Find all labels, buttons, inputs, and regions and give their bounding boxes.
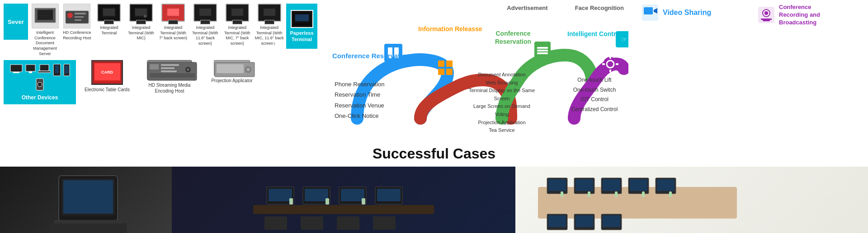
case-image-3 (515, 167, 868, 233)
svg-point-12 (144, 15, 146, 18)
case-image-2 (172, 167, 515, 233)
bottom-devices: CARD Electronic Table Cards (78, 60, 317, 94)
svg-rect-24 (10, 65, 22, 72)
projection-label: Projection Applicator (211, 78, 252, 84)
svg-rect-6 (75, 16, 84, 18)
case-room-icon (231, 169, 457, 233)
svg-rect-119 (642, 191, 645, 197)
svg-rect-60 (537, 50, 548, 51)
device-3-icon (161, 4, 185, 22)
svg-rect-83 (253, 205, 434, 214)
svg-rect-81 (50, 223, 127, 233)
conf-res-center-items: Document Annotation Web Browsing Termina… (466, 71, 538, 135)
successful-cases-header: Successful Cases (0, 139, 868, 167)
table-card-icon: CARD (91, 60, 123, 85)
intelligent-conf-device: ... Intelligent Conference Document Mana… (30, 4, 60, 56)
tea-service-text: Tea Service (466, 126, 538, 135)
electronic-table-device: CARD Electronic Table Cards (78, 60, 137, 93)
doc-annotation-text: Document Annotation (466, 71, 538, 79)
table-card-label: Electronic Table Cards (85, 87, 130, 93)
projection-icon (214, 60, 250, 76)
left-panel: Sever ... Intelligent Conference Documen… (0, 0, 321, 139)
reservation-venue-text: Reservation Venue (335, 100, 385, 111)
svg-rect-87 (305, 189, 328, 201)
device-1-label: Integrated Terminal (94, 25, 124, 36)
video-sharing-icon (641, 4, 659, 22)
face-recognition-label: Face Recognition (575, 5, 624, 11)
svg-rect-97 (326, 198, 329, 205)
top-labels: Advertisement Face Recognition (330, 5, 628, 11)
phone-reservation-text: Phone Reservation (335, 79, 385, 89)
one-touch-switch-text: One-touch Switch (563, 85, 626, 95)
svg-rect-111 (548, 215, 566, 227)
device-2-label: Integrated Terminal (With MIC) (126, 25, 156, 41)
svg-rect-113 (576, 215, 593, 227)
device-4-icon (193, 4, 217, 22)
svg-rect-77 (763, 20, 770, 21)
svg-rect-89 (341, 189, 364, 201)
case-room-2-icon (524, 169, 750, 233)
svg-point-35 (38, 82, 42, 87)
svg-rect-55 (446, 61, 453, 67)
svg-rect-80 (63, 180, 113, 214)
paperless-label: Paperless Terminal (288, 30, 316, 43)
encoding-host-device: HD Streaming Media Encoding Host (140, 60, 199, 94)
conf-recording-header: Conference Recording and Broadcasting (757, 4, 864, 27)
advertisement-label: Advertisement (507, 5, 547, 11)
case-product-1-icon (32, 171, 140, 233)
svg-point-45 (187, 68, 189, 71)
svg-rect-43 (161, 70, 177, 72)
conf-res-center-label: Conference Reservation (484, 29, 542, 46)
device-1-icon (97, 4, 121, 22)
svg-rect-40 (150, 64, 159, 70)
intelligent-conf-label: Intelligent Conference Document Manageme… (30, 30, 60, 56)
svg-rect-76 (761, 19, 772, 20)
svg-rect-117 (588, 191, 590, 197)
svg-rect-64 (609, 56, 611, 59)
middle-panel: Advertisement Face Recognition (321, 0, 637, 139)
device-3-label: Integrated Terminal (With 7" back screen… (158, 25, 189, 41)
conf-reservation-label: Conference Reservation (332, 52, 410, 60)
device-4-label: Integrated Terminal (With 11.6" back scr… (190, 25, 220, 47)
svg-rect-59 (537, 47, 548, 49)
one-touch-lift-text: One-touch Lift (563, 75, 626, 85)
svg-rect-25 (13, 72, 19, 73)
svg-point-62 (603, 57, 618, 71)
cases-row (0, 167, 868, 233)
server-label: Sever (4, 4, 28, 40)
svg-rect-7 (75, 19, 81, 21)
svg-rect-16 (199, 9, 211, 16)
device-4: Integrated Terminal (With 11.6" back scr… (190, 4, 220, 47)
svg-rect-33 (65, 65, 69, 74)
conf-recording-title: Conference Recording and Broadcasting (779, 4, 833, 27)
svg-rect-118 (615, 191, 618, 197)
successful-cases-title: Successful Cases (373, 145, 495, 162)
paperless-box: Paperless Terminal (286, 4, 317, 49)
svg-rect-101 (548, 179, 566, 191)
svg-rect-14 (167, 9, 179, 16)
svg-point-4 (67, 13, 73, 18)
projection-app-text: Projection Application (466, 119, 538, 127)
voting-text: Voting (466, 111, 538, 119)
intelligent-conf-icon: ... (32, 4, 59, 28)
encoding-icon (147, 60, 192, 80)
device-5-icon (226, 4, 249, 22)
svg-rect-11 (135, 9, 147, 16)
svg-rect-71 (644, 7, 653, 14)
intelligent-control-items: One-touch Lift One-touch Switch IOT Cont… (563, 75, 626, 114)
svg-rect-116 (561, 191, 563, 197)
svg-rect-103 (576, 179, 593, 191)
svg-rect-94 (337, 216, 359, 230)
svg-rect-109 (657, 179, 675, 191)
reservation-items: Phone Reservation Reservation Time Reser… (335, 79, 385, 121)
hd-conf-label: HD Conference Recording Host (62, 30, 92, 41)
diagram-container: ☞ Conference Reservation Phone Reservati… (330, 12, 628, 134)
other-devices-icons (7, 64, 72, 91)
svg-rect-56 (438, 69, 444, 75)
svg-rect-67 (602, 63, 605, 65)
other-devices-label: Other Devices (22, 94, 58, 101)
device-2: Integrated Terminal (With MIC) (126, 4, 156, 41)
svg-rect-95 (373, 216, 396, 230)
web-browsing-text: Web Browsing (466, 79, 538, 87)
svg-rect-107 (630, 179, 647, 191)
